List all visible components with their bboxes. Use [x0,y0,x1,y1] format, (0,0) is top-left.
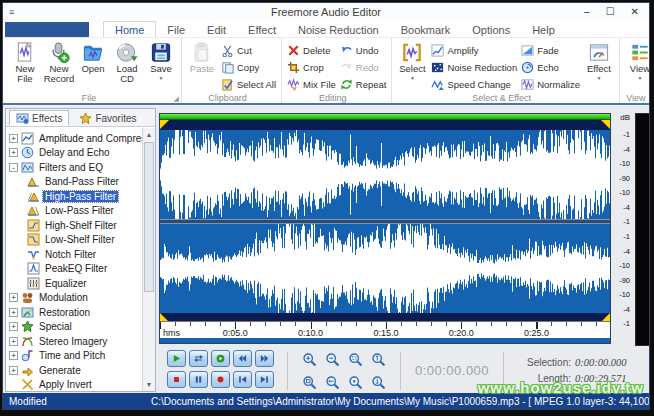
ribbon-button-save[interactable]: Save▼ [144,39,178,81]
selection-end-marker-bottom-icon[interactable] [602,313,610,321]
ribbon-button-effect[interactable]: Effect▼ [582,39,616,81]
selection-bar-top[interactable] [160,120,610,130]
dialog-launcher-icon[interactable]: ◢ [174,95,179,102]
db-unit-label: dB [620,113,630,122]
app-menu-button[interactable] [5,22,89,37]
tree-item-amplitude-and-compression[interactable]: +Amplitude and Compression [9,131,142,146]
tree-item-generate[interactable]: +Generate [9,363,142,378]
tree-toggle-icon[interactable]: + [9,308,18,317]
tree-toggle-icon[interactable]: + [9,337,18,346]
ribbon-button-mix-file[interactable]: Mix File [285,76,338,92]
tab-edit[interactable]: Edit [196,21,237,37]
tree-toggle-icon[interactable]: + [9,366,18,375]
ribbon-button-cut[interactable]: Cut [219,42,278,58]
tab-home[interactable]: Home [103,21,156,37]
tree-item-notch-filter[interactable]: Notch Filter [9,247,142,262]
tree-toggle-icon[interactable]: + [9,322,18,331]
tree-item-modulation[interactable]: +Modulation [9,291,142,306]
ribbon-button-echo[interactable]: Echo [519,59,582,75]
ribbon-button-delete[interactable]: Delete [285,42,338,58]
ribbon-button-fade[interactable]: Fade [519,42,582,58]
tree-item-peakeq-filter[interactable]: PeakEQ Filter [9,262,142,277]
transport-loop-button[interactable] [189,350,208,367]
selection-start-marker-bottom-icon[interactable] [160,313,168,321]
zoom-vertical-in-button[interactable] [368,349,389,370]
transport-stop-button[interactable] [167,371,186,388]
tree-item-high-pass-filter[interactable]: High-Pass Filter [9,189,142,204]
ribbon-button-speed-change[interactable]: Speed Change [429,76,519,92]
selection-bar-bottom[interactable] [160,313,610,321]
waveform-panel[interactable]: hms 0:05.00:10.00:15.00:20.00:25.0 [159,113,611,344]
ribbon-button-crop[interactable]: Crop [285,59,338,75]
zoom-selection-button[interactable] [345,349,366,370]
tree-item-band-pass-filter[interactable]: Band-Pass Filter [9,175,142,190]
transport-record-button[interactable] [211,371,230,388]
maximize-button[interactable]: ☐ [606,7,615,17]
transport-pause-button[interactable] [189,371,208,388]
transport-go-start-button[interactable] [233,371,252,388]
ribbon-button-select[interactable]: Select▼ [395,39,429,81]
tree-item-apply-invert[interactable]: Apply Invert [9,378,142,392]
tree-item-equalizer[interactable]: Equalizer [9,276,142,291]
tree-item-delay-and-echo[interactable]: +Delay and Echo [9,146,142,161]
tab-help[interactable]: Help [521,21,566,37]
tab-options[interactable]: Options [461,21,521,37]
minimize-button[interactable]: – [584,7,590,17]
close-button[interactable]: ✕ [631,7,639,17]
crop-icon [287,61,300,74]
tree-item-restoration[interactable]: +Restoration [9,305,142,320]
ribbon-button-amplify[interactable]: Amplify [429,42,519,58]
ribbon-button-copy[interactable]: Copy [219,59,278,75]
ribbon-button-load-cd[interactable]: LoadCD [110,39,144,84]
tree-item-time-and-pitch[interactable]: +Time and Pitch [9,349,142,364]
tree-item-low-shelf-filter[interactable]: Low-Shelf Filter [9,233,142,248]
selection-start-marker-icon[interactable] [160,120,169,129]
ribbon-button-new-file[interactable]: NewFile [8,39,42,84]
scroll-up-arrow-icon[interactable]: ▲ [143,128,155,141]
zoom-find-button[interactable] [345,372,366,393]
selection-end-marker-icon[interactable] [601,120,610,129]
tab-noise-reduction[interactable]: Noise Reduction [287,21,390,37]
tree-toggle-icon[interactable]: + [9,351,18,360]
tab-file[interactable]: File [156,21,196,37]
transport-play-button[interactable] [167,350,186,367]
transport-go-end-button[interactable] [255,371,274,388]
waveform-left-channel[interactable] [160,130,610,219]
time-ruler[interactable]: hms 0:05.00:10.00:15.00:20.00:25.0 [160,321,610,338]
zoom-full-button[interactable] [299,372,320,393]
stop-icon [172,375,181,384]
ribbon-button-noise-reduction[interactable]: Noise Reduction [429,59,519,75]
scrollbar-thumb[interactable] [144,142,154,292]
ribbon-button-repeat[interactable]: Repeat [338,76,389,92]
waveform-display[interactable] [160,130,610,313]
panel-tab-favorites[interactable]: Favorites [72,110,143,126]
tree-item-low-pass-filter[interactable]: Low-Pass Filter [9,204,142,219]
transport-rewind-button[interactable] [233,350,252,367]
tree-item-stereo-imagery[interactable]: +Stereo Imagery [9,334,142,349]
transport-play-selection-button[interactable] [211,350,230,367]
zoom-horizontal-button[interactable] [322,372,343,393]
waveform-right-channel[interactable] [160,224,610,313]
zoom-vertical-out-button[interactable] [368,372,389,393]
ribbon-button-new-record[interactable]: NewRecord [42,39,76,84]
transport-fast-forward-button[interactable] [255,350,274,367]
tab-effect[interactable]: Effect [237,21,287,37]
scroll-down-arrow-icon[interactable]: ▼ [143,378,155,391]
tree-scrollbar[interactable]: ▲ ▼ [142,128,155,391]
tree-item-filters-and-eq[interactable]: -Filters and EQ [9,160,142,175]
tree-toggle-icon[interactable]: + [9,293,18,302]
ribbon-button-open[interactable]: Open [76,39,110,74]
panel-tab-effects[interactable]: Effects [9,110,69,126]
tree-item-special[interactable]: +Special [9,320,142,335]
tab-bookmark[interactable]: Bookmark [390,21,462,37]
tree-toggle-icon[interactable]: + [9,148,18,157]
tree-toggle-icon[interactable]: - [9,163,18,172]
ribbon-button-normalize[interactable]: Normalize [519,76,582,92]
ribbon-button-undo[interactable]: Undo [338,42,389,58]
zoom-in-button[interactable] [299,349,320,370]
tree-toggle-icon[interactable]: + [9,134,18,143]
tree-item-high-shelf-filter[interactable]: High-Shelf Filter [9,218,142,233]
ribbon-button-view[interactable]: View▼ [623,39,649,81]
zoom-out-button[interactable] [322,349,343,370]
ribbon-button-select-all[interactable]: Select All [219,76,278,92]
